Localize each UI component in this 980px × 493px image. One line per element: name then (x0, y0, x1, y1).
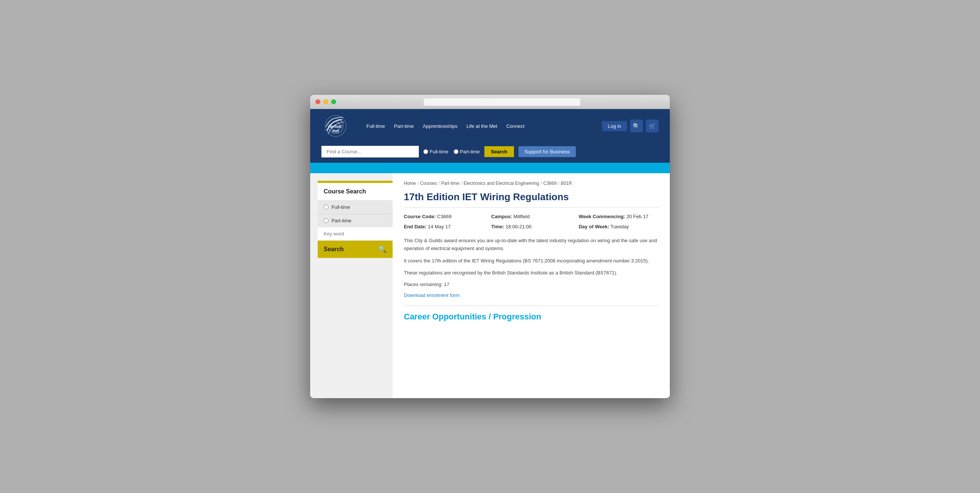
titlebar (310, 95, 670, 109)
logo-area[interactable]: belfast met (321, 113, 355, 139)
meta-week-value: 20 Feb 17 (626, 214, 649, 219)
blue-banner (310, 163, 670, 173)
header-top: belfast met Full-time Part-time Apprenti… (310, 109, 670, 143)
nav-apprenticeships[interactable]: Apprenticeships (423, 123, 458, 129)
sidebar-search-button[interactable]: Search 🔍 (318, 241, 393, 258)
course-meta: Course Code: C3669 Campus: Millfield Wee… (404, 214, 659, 230)
header-search-bar: Full-time Part-time Search Support for B… (310, 143, 670, 163)
mac-window: belfast met Full-time Part-time Apprenti… (310, 95, 670, 398)
sep-1: / (417, 181, 418, 186)
enrolment-link[interactable]: Download enrolment form (404, 292, 659, 298)
sep-4: / (541, 181, 542, 186)
meta-enddate: End Date: 14 May 17 (404, 224, 484, 230)
cart-button[interactable]: 🛒 (646, 120, 659, 132)
header-radio-group: Full-time Part-time (423, 149, 480, 155)
login-button[interactable]: Log in (602, 121, 627, 131)
nav-connect[interactable]: Connect (506, 123, 524, 129)
meta-day: Day of Week: Tuesday (579, 224, 659, 230)
nav-fulltime[interactable]: Full-time (366, 123, 385, 129)
breadcrumb-courses[interactable]: Courses (420, 181, 437, 186)
meta-campus: Campus: Millfield (491, 214, 571, 219)
sidebar-fulltime-option[interactable]: Full-time (318, 201, 393, 214)
site-wrapper: belfast met Full-time Part-time Apprenti… (310, 109, 670, 398)
logo-icon: belfast met (321, 113, 355, 139)
header-search-button-text[interactable]: Search (484, 146, 514, 157)
site-header: belfast met Full-time Part-time Apprenti… (310, 109, 670, 163)
places-label: Places remaining: (404, 282, 442, 287)
sep-5: / (558, 181, 559, 186)
cart-icon: 🛒 (649, 123, 655, 129)
fulltime-radio-label[interactable]: Full-time (423, 149, 449, 155)
sidebar: Course Search Full-time Part-time Search… (310, 173, 393, 398)
svg-text:belfast: belfast (330, 124, 342, 129)
meta-code: Course Code: C3669 (404, 214, 484, 219)
sidebar-search-label: Search (324, 246, 344, 253)
course-search-box: Course Search Full-time Part-time Search… (318, 181, 393, 258)
places-remaining: Places remaining: 17 (404, 282, 659, 287)
fulltime-radio[interactable] (423, 149, 428, 154)
course-desc-3: These regulations are recognised by the … (404, 269, 659, 277)
sidebar-parttime-label: Part-time (331, 218, 352, 223)
keyword-input[interactable] (318, 227, 393, 241)
nav-parttime[interactable]: Part-time (394, 123, 414, 129)
meta-time-label: Time: (491, 224, 504, 230)
fulltime-radio-text: Full-time (430, 149, 449, 155)
search-icon: 🔍 (633, 123, 640, 130)
close-btn[interactable] (315, 99, 320, 104)
meta-enddate-value: 14 May 17 (428, 224, 451, 230)
sep-3: / (461, 181, 462, 186)
header-search-button[interactable]: 🔍 (630, 120, 643, 132)
sidebar-fulltime-radio[interactable] (324, 205, 329, 209)
svg-text:met: met (332, 129, 339, 133)
content-area: Course Search Full-time Part-time Search… (310, 173, 670, 398)
sidebar-parttime-option[interactable]: Part-time (318, 214, 393, 227)
breadcrumb-code[interactable]: C3669 (543, 181, 556, 186)
section-divider (404, 306, 659, 306)
parttime-radio[interactable] (453, 149, 458, 154)
main-nav: Full-time Part-time Apprenticeships Life… (366, 123, 591, 129)
nav-life-at-met[interactable]: Life at the Met (466, 123, 497, 129)
support-for-business-button[interactable]: Support for Business (519, 146, 576, 157)
breadcrumb-ref[interactable]: B01R (561, 181, 572, 186)
meta-campus-value: Millfield (514, 214, 530, 219)
page-title: 17th Edition IET Wiring Regulations (404, 191, 659, 208)
header-search-input[interactable] (321, 146, 419, 158)
meta-campus-label: Campus: (491, 214, 512, 219)
meta-time-value: 18:00-21:00 (505, 224, 531, 230)
meta-code-label: Course Code: (404, 214, 436, 219)
course-desc-2: It covers the 17th edition of the IET Wi… (404, 257, 659, 265)
sidebar-search-icon: 🔍 (379, 245, 387, 254)
main-content: Home / Courses / Part-time / Electronics… (393, 173, 670, 398)
nav-actions: Log in 🔍 🛒 (602, 120, 659, 132)
meta-day-value: Tuesday (610, 224, 628, 230)
meta-week-label: Week Commencing: (579, 214, 625, 219)
course-desc-1: This City & Guilds award ensures you are… (404, 237, 659, 253)
maximize-btn[interactable] (331, 99, 336, 104)
breadcrumb-parttime[interactable]: Part-time (441, 181, 459, 186)
sidebar-parttime-radio[interactable] (324, 218, 329, 223)
meta-enddate-label: End Date: (404, 224, 427, 230)
breadcrumb-home[interactable]: Home (404, 181, 416, 186)
parttime-radio-text: Part-time (460, 149, 480, 155)
url-bar[interactable] (423, 98, 581, 106)
meta-week: Week Commencing: 20 Feb 17 (579, 214, 659, 219)
breadcrumb-subject[interactable]: Electronics and Electrical Engineering (463, 181, 539, 186)
breadcrumb: Home / Courses / Part-time / Electronics… (404, 181, 659, 186)
parttime-radio-label[interactable]: Part-time (453, 149, 480, 155)
meta-code-value: C3669 (437, 214, 452, 219)
places-value: 17 (444, 282, 449, 287)
sep-2: / (438, 181, 439, 186)
course-search-title: Course Search (318, 183, 393, 201)
minimize-btn[interactable] (323, 99, 328, 104)
meta-time: Time: 18:00-21:00 (491, 224, 571, 230)
sidebar-fulltime-label: Full-time (331, 204, 350, 210)
career-section-title: Career Opportunities / Progression (404, 312, 659, 322)
meta-day-label: Day of Week: (579, 224, 609, 230)
